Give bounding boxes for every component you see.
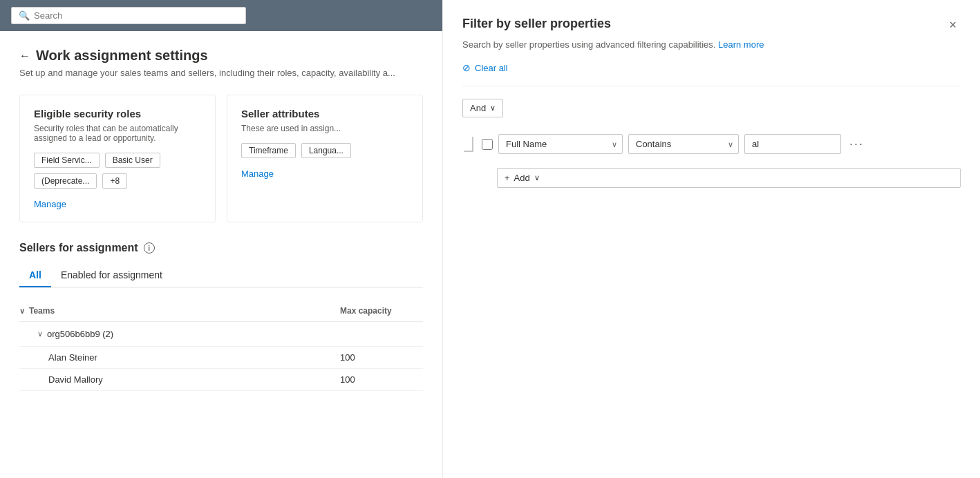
card-desc-2: These are used in assign... — [241, 124, 408, 133]
sellers-title: Sellers for assignment i — [19, 242, 423, 254]
and-chevron-icon: ∨ — [490, 104, 496, 113]
add-chevron-icon: ∨ — [534, 173, 540, 182]
sellers-title-text: Sellers for assignment — [19, 242, 138, 254]
table-row: Alan Steiner 100 — [19, 347, 423, 369]
back-nav[interactable]: ← Work assignment settings — [19, 48, 423, 64]
filter-value-input[interactable] — [744, 134, 841, 154]
manage-link-2[interactable]: Manage — [241, 169, 274, 179]
team-name: org506b6bb9 (2) — [47, 329, 113, 339]
tag-4: +8 — [102, 173, 127, 189]
expand-chevron-icon[interactable]: ∨ — [37, 329, 43, 338]
capacity-val-1: 100 — [340, 352, 423, 363]
field-select[interactable]: Full Name Email Role Team — [498, 134, 623, 154]
add-icon: + — [505, 173, 510, 183]
add-button[interactable]: + Add ∨ — [497, 168, 961, 188]
search-icon: 🔍 — [19, 10, 30, 21]
table-header: ∨ Teams Max capacity — [19, 300, 423, 322]
tag-3: (Deprecate... — [34, 173, 97, 189]
col-header-teams: ∨ Teams — [19, 306, 340, 316]
search-wrapper: 🔍 — [11, 7, 246, 24]
main-content: ← Work assignment settings Set up and ma… — [0, 31, 442, 478]
panel-title: Filter by seller properties — [462, 17, 611, 31]
sellers-section: Sellers for assignment i All Enabled for… — [19, 242, 423, 391]
table-row: David Mallory 100 — [19, 369, 423, 391]
clear-all-button[interactable]: ⊘ Clear all — [462, 62, 961, 73]
sellers-table: ∨ Teams Max capacity ∨ org506b6bb9 (2) — [19, 300, 423, 391]
capacity-val-2: 100 — [340, 374, 423, 385]
page-title: Work assignment settings — [36, 48, 208, 64]
horizontal-line — [464, 151, 473, 152]
divider — [462, 86, 961, 86]
filter-row: Full Name Email Role Team Contains Equal… — [462, 134, 961, 154]
eligible-roles-card: Eligible security roles Security roles t… — [19, 95, 216, 222]
panel-desc: Search by seller properties using advanc… — [462, 39, 961, 50]
and-dropdown-button[interactable]: And ∨ — [462, 99, 503, 117]
cards-row: Eligible security roles Security roles t… — [19, 95, 423, 222]
search-bar: 🔍 — [0, 0, 442, 31]
filter-checkbox[interactable] — [482, 139, 493, 150]
operator-select[interactable]: Contains Equals Starts with Ends with — [628, 134, 739, 154]
tab-all[interactable]: All — [19, 264, 51, 287]
card-title-2: Seller attributes — [241, 108, 408, 120]
learn-more-link[interactable]: Learn more — [718, 39, 764, 50]
close-button[interactable]: × — [945, 17, 961, 34]
connector-lines — [462, 137, 473, 152]
tag-6: Langua... — [301, 143, 351, 158]
col-header-max: Max capacity — [340, 306, 423, 316]
panel-header: Filter by seller properties × — [462, 17, 961, 34]
person-name-1: Alan Steiner — [48, 352, 340, 363]
field-select-wrapper: Full Name Email Role Team — [498, 134, 623, 154]
person-name-2: David Mallory — [48, 374, 340, 385]
tab-enabled[interactable]: Enabled for assignment — [51, 264, 172, 287]
operator-select-wrapper: Contains Equals Starts with Ends with — [628, 134, 739, 154]
filter-panel: Filter by seller properties × Search by … — [442, 0, 980, 478]
info-icon[interactable]: i — [144, 242, 155, 254]
tag-5: Timeframe — [241, 143, 296, 158]
more-options-button[interactable]: ··· — [847, 134, 867, 154]
filter-group: And ∨ Full Name Email Role Team — [462, 99, 961, 188]
card-desc-1: Security roles that can be automatically… — [34, 124, 201, 143]
search-input[interactable] — [34, 10, 227, 21]
left-panel: 🔍 ← Work assignment settings Set up and … — [0, 0, 442, 478]
table-row: ∨ org506b6bb9 (2) — [19, 322, 423, 347]
tag-2: Basic User — [105, 153, 160, 168]
seller-attributes-card: Seller attributes These are used in assi… — [227, 95, 423, 222]
page-subtitle: Set up and manage your sales teams and s… — [19, 68, 423, 78]
tags-row-1: Field Servic... Basic User (Deprecate...… — [34, 153, 201, 189]
card-title-1: Eligible security roles — [34, 108, 201, 120]
tag-1: Field Servic... — [34, 153, 100, 168]
and-row: And ∨ — [462, 99, 961, 117]
filter-clear-icon: ⊘ — [462, 62, 471, 73]
col-chevron-icon: ∨ — [19, 307, 25, 316]
tags-row-2: Timeframe Langua... — [241, 143, 408, 158]
vertical-line — [472, 137, 473, 151]
manage-link-1[interactable]: Manage — [34, 199, 66, 209]
team-expand: ∨ org506b6bb9 (2) — [19, 329, 340, 339]
back-arrow-icon: ← — [19, 50, 30, 62]
tabs-row: All Enabled for assignment — [19, 264, 423, 288]
